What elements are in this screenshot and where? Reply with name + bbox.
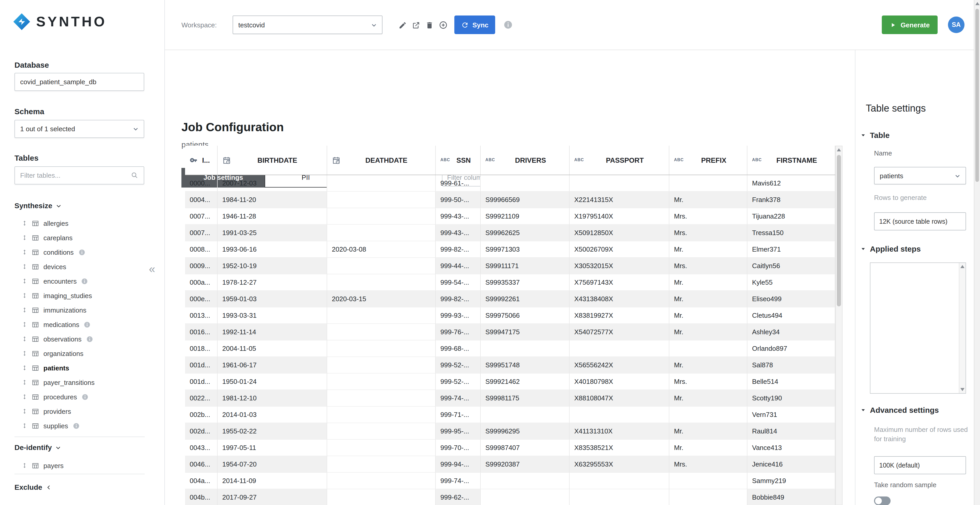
info-icon[interactable] (86, 335, 93, 342)
sidebar-table-allergies[interactable]: allergies (0, 216, 165, 230)
table-row[interactable]: 000e...1959-01-032020-03-15999-82-...S99… (185, 291, 835, 307)
page-scrollbar-thumb[interactable] (975, 9, 979, 182)
scroll-down-icon[interactable] (960, 388, 964, 391)
applied-steps-scrollbar[interactable] (959, 263, 966, 393)
table-row[interactable]: 0043...1997-05-11999-70-...S99987407X835… (185, 440, 835, 456)
sidebar-collapse-button[interactable]: « (149, 264, 155, 275)
table-row[interactable]: 004b...2017-09-27999-62-...Bobbie849 (185, 489, 835, 505)
max-rows-input[interactable] (874, 456, 966, 474)
info-icon[interactable] (81, 278, 88, 284)
column-header-firstname[interactable]: ABCFIRSTNAME (748, 146, 835, 175)
drag-handle-icon[interactable] (22, 364, 27, 372)
synthesize-section-header[interactable]: Synthesize (14, 201, 62, 210)
table-row[interactable]: 002d...1955-02-22999-95-...S99996295X411… (185, 423, 835, 440)
table-section-header[interactable]: Table (861, 131, 889, 140)
table-row[interactable]: 002b...2014-01-03999-71-...Vern731 (185, 407, 835, 423)
deidentify-section-header[interactable]: De-identify (14, 443, 61, 452)
info-icon[interactable] (73, 422, 80, 429)
share-icon[interactable] (412, 21, 420, 29)
table-cell: 0000... (185, 175, 218, 192)
table-row[interactable]: 0013...1993-03-31999-93-...S99975066X838… (185, 307, 835, 324)
drag-handle-icon[interactable] (22, 379, 27, 386)
delete-icon[interactable] (425, 21, 434, 29)
drag-handle-icon[interactable] (22, 306, 27, 314)
scroll-up-icon[interactable] (837, 148, 841, 151)
exclude-section-header[interactable]: Exclude (14, 483, 51, 492)
page-scrollbar[interactable] (974, 0, 980, 505)
column-header-birthdate[interactable]: BIRTHDATE (218, 146, 327, 175)
sidebar-table-conditions[interactable]: conditions (0, 245, 165, 259)
table-scrollbar[interactable] (835, 146, 843, 505)
advanced-settings-header[interactable]: Advanced settings (861, 405, 939, 414)
info-icon[interactable] (503, 20, 513, 29)
table-row[interactable]: 004a...2014-11-09999-74-...Sammy219 (185, 473, 835, 489)
sidebar-table-encounters[interactable]: encounters (0, 274, 165, 288)
sidebar-table-immunizations[interactable]: immunizations (0, 303, 165, 317)
sidebar-table-devices[interactable]: devices (0, 259, 165, 274)
drag-handle-icon[interactable] (22, 335, 27, 343)
info-icon[interactable] (78, 249, 85, 256)
column-header-prefix[interactable]: ABCPREFIX (669, 146, 748, 175)
filter-tables-input[interactable] (20, 172, 128, 179)
sidebar-table-observations[interactable]: observations (0, 332, 165, 346)
column-header-deathdate[interactable]: DEATHDATE (327, 146, 436, 175)
database-name: covid_patient_sample_db (20, 78, 138, 86)
sidebar-table-organizations[interactable]: organizations (0, 346, 165, 360)
table-row[interactable]: 0046...1954-07-20999-94-...S99920387X632… (185, 456, 835, 473)
table-row[interactable]: 0009...1952-10-19999-44-...S99911171X305… (185, 258, 835, 274)
table-row[interactable]: 001d...1961-06-17999-52-...S99951748X565… (185, 357, 835, 373)
drag-handle-icon[interactable] (22, 263, 27, 270)
drag-handle-icon[interactable] (22, 408, 27, 415)
table-row[interactable]: 0007...1991-03-25999-43-...S99962625X509… (185, 225, 835, 241)
table-row[interactable]: 0022...1981-12-10999-74-...S99981175X881… (185, 390, 835, 407)
sync-button[interactable]: Sync (454, 16, 495, 34)
table-row[interactable]: 0000...2007-12-03999-61-...Mavis612 (185, 175, 835, 192)
applied-steps-header[interactable]: Applied steps (861, 245, 921, 253)
schema-select[interactable]: 1 out of 1 selected (14, 120, 144, 138)
sidebar-table-patients[interactable]: patients (0, 360, 165, 375)
sidebar-table-payers[interactable]: payers (0, 458, 165, 473)
workspace-select[interactable]: testcovid (232, 16, 382, 34)
user-avatar[interactable]: SA (948, 16, 964, 33)
table-scrollbar-thumb[interactable] (837, 155, 841, 306)
sidebar-table-medications[interactable]: medications (0, 317, 165, 332)
table-row[interactable]: 0008...1993-06-162020-03-08999-82-...S99… (185, 241, 835, 258)
drag-handle-icon[interactable] (22, 350, 27, 357)
table-row[interactable]: 0004...1984-11-20999-50-...S99966569X221… (185, 192, 835, 208)
table-row[interactable]: 000a...1978-12-27999-54-...S99935337X756… (185, 274, 835, 291)
drag-handle-icon[interactable] (22, 292, 27, 299)
drag-handle-icon[interactable] (22, 422, 27, 429)
column-header-drivers[interactable]: ABCDRIVERS (481, 146, 570, 175)
scroll-up-icon[interactable] (975, 2, 980, 5)
drag-handle-icon[interactable] (22, 248, 27, 256)
drag-handle-icon[interactable] (22, 321, 27, 328)
column-header-passport[interactable]: ABCPASSPORT (570, 146, 669, 175)
table-name-select[interactable]: patients (874, 167, 966, 184)
drag-handle-icon[interactable] (22, 462, 27, 469)
add-icon[interactable] (439, 21, 448, 29)
generate-button[interactable]: Generate (882, 16, 938, 34)
drag-handle-icon[interactable] (22, 219, 27, 227)
scroll-up-icon[interactable] (960, 265, 964, 268)
sidebar-table-providers[interactable]: providers (0, 404, 165, 418)
table-cell: S99975066 (481, 307, 570, 324)
drag-handle-icon[interactable] (22, 234, 27, 241)
drag-handle-icon[interactable] (22, 393, 27, 400)
info-icon[interactable] (84, 321, 91, 328)
table-row[interactable]: 0016...1992-11-14999-76-...S99947175X540… (185, 324, 835, 340)
sidebar-table-imaging_studies[interactable]: imaging_studies (0, 288, 165, 303)
sidebar-table-supplies[interactable]: supplies (0, 418, 165, 433)
sidebar-table-procedures[interactable]: procedures (0, 389, 165, 404)
rows-to-generate-input[interactable] (874, 212, 966, 230)
random-sample-toggle[interactable] (874, 497, 891, 505)
sidebar-table-payer_transitions[interactable]: payer_transitions (0, 375, 165, 389)
edit-icon[interactable] (399, 21, 407, 29)
table-row[interactable]: 0007...1946-11-28999-43-...S99921109X197… (185, 208, 835, 225)
drag-handle-icon[interactable] (22, 278, 27, 285)
sidebar-table-careplans[interactable]: careplans (0, 230, 165, 245)
table-row[interactable]: 0018...2004-11-05999-68-...Orlando897 (185, 340, 835, 357)
column-header-i[interactable]: I... (185, 146, 218, 175)
column-header-ssn[interactable]: ABCSSN (436, 146, 481, 175)
info-icon[interactable] (82, 394, 88, 400)
table-row[interactable]: 001d...1950-01-24999-52-...S99921462X401… (185, 373, 835, 390)
